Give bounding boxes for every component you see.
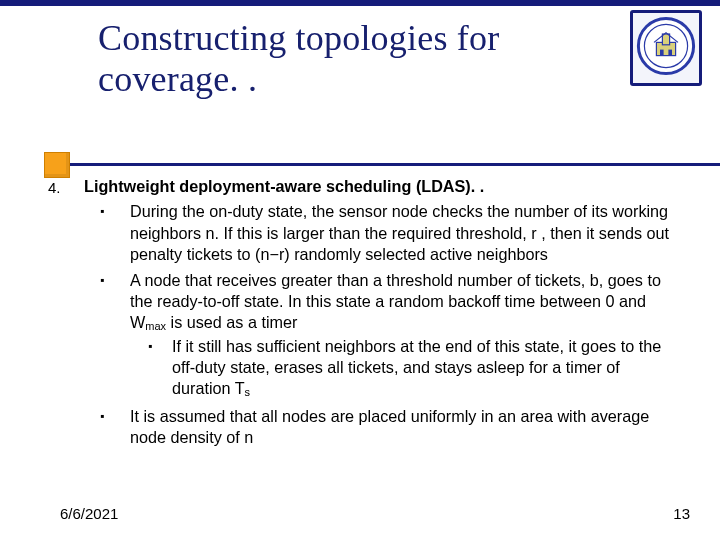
- footer-page-number: 13: [673, 505, 690, 522]
- list-item-text: A node that receives greater than a thre…: [130, 271, 661, 332]
- bullet-icon: ▪: [84, 270, 130, 402]
- bullet-icon: ▪: [84, 406, 130, 449]
- svg-rect-3: [662, 34, 669, 45]
- slide-title: Constructing topologies for coverage. .: [98, 18, 618, 101]
- logo-seal: [630, 10, 702, 86]
- bullet-icon: ▪: [130, 336, 172, 400]
- university-seal-icon: [636, 16, 696, 80]
- bullet-icon: ▪: [84, 201, 130, 265]
- list-number: 4.: [48, 176, 84, 453]
- section-heading: Lightweight deployment-aware scheduling …: [84, 176, 680, 197]
- slide: Constructing topologies for coverage. . …: [0, 0, 720, 540]
- title-underline: [70, 163, 720, 166]
- svg-rect-4: [660, 50, 664, 56]
- accent-square-icon: [44, 152, 70, 178]
- sub-list-item-text: If it still has sufficient neighbors at …: [172, 336, 676, 400]
- list-item: ▪ During the on-duty state, the sensor n…: [84, 201, 680, 265]
- footer-date: 6/6/2021: [60, 505, 118, 522]
- sub-list-item: ▪ If it still has sufficient neighbors a…: [130, 336, 676, 400]
- list-item: ▪ It is assumed that all nodes are place…: [84, 406, 680, 449]
- list-item-text: During the on-duty state, the sensor nod…: [130, 201, 680, 265]
- svg-rect-5: [668, 50, 672, 56]
- body-content: 4. Lightweight deployment-aware scheduli…: [48, 176, 680, 453]
- accent-bar: [0, 0, 720, 6]
- list-item-text: It is assumed that all nodes are placed …: [130, 406, 680, 449]
- list-item: ▪ A node that receives greater than a th…: [84, 270, 680, 402]
